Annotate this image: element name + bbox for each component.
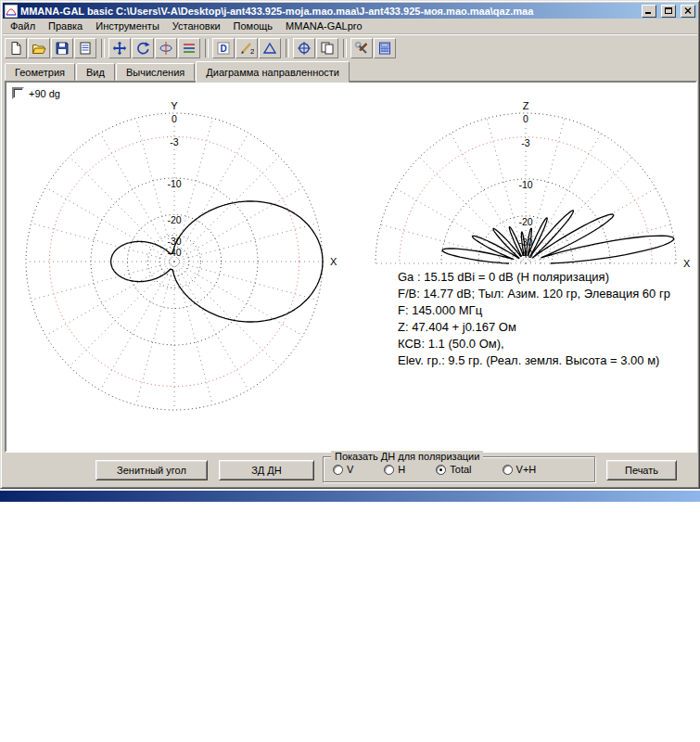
elevation-radiation-pattern: 0-3-10-20-30-40ZX bbox=[375, 100, 691, 269]
center-target-button[interactable] bbox=[293, 38, 315, 58]
radio-circle-icon[interactable] bbox=[384, 465, 394, 475]
copy-button[interactable] bbox=[316, 38, 338, 58]
svg-text:0: 0 bbox=[172, 113, 177, 124]
plus90-checkbox[interactable]: +90 dg bbox=[12, 87, 60, 99]
svg-text:X: X bbox=[683, 258, 691, 269]
maximize-button[interactable] bbox=[661, 5, 676, 18]
print-button[interactable]: Печать bbox=[606, 460, 677, 480]
element-data-icon bbox=[78, 41, 93, 56]
element-data-button[interactable] bbox=[74, 38, 96, 58]
info-block: Ga : 15.15 dBi = 0 dB (Н поляризация)F/B… bbox=[398, 269, 670, 369]
radio-label: Total bbox=[450, 464, 471, 475]
rotate-button[interactable] bbox=[132, 38, 154, 58]
triangle-button[interactable] bbox=[259, 38, 281, 58]
checkbox-box-icon[interactable] bbox=[12, 87, 24, 99]
menu-item-2[interactable]: Правка bbox=[42, 19, 89, 33]
menu-item-3[interactable]: Инструменты bbox=[89, 19, 166, 33]
rotate-3d-icon bbox=[159, 41, 173, 56]
toolbar-separator bbox=[343, 39, 347, 58]
radio-label: H bbox=[398, 464, 405, 475]
menu-item-1[interactable]: Файл bbox=[4, 19, 42, 33]
tab-2[interactable]: Вид bbox=[76, 63, 115, 81]
radio-h[interactable]: H bbox=[384, 464, 405, 475]
close-icon bbox=[684, 7, 692, 14]
wire-d-button[interactable]: D bbox=[212, 38, 235, 58]
angle-edit-icon: 2 bbox=[239, 41, 254, 56]
radio-vplush[interactable]: V+H bbox=[503, 464, 537, 475]
azimuth-radiation-pattern: 0-3-10-20-30-40YX bbox=[26, 100, 337, 410]
info-line: F/B: 14.77 dB; Тыл: Азим. 120 гр, Элевац… bbox=[398, 286, 670, 302]
wire-list-icon bbox=[182, 41, 197, 56]
bottom-controls: Зенитный угол ЗД ДН Показать ДН для поля… bbox=[5, 454, 697, 486]
wire-d-icon: D bbox=[216, 41, 231, 56]
svg-text:-3: -3 bbox=[170, 136, 178, 147]
svg-text:-20: -20 bbox=[518, 216, 532, 227]
radio-circle-icon[interactable] bbox=[333, 465, 343, 475]
tab-3[interactable]: Вычисления bbox=[116, 63, 195, 81]
polarization-group-label: Показать ДН для поляризации bbox=[331, 451, 483, 462]
open-file-icon bbox=[32, 41, 46, 56]
elevation-radiation-pattern-curve bbox=[442, 211, 674, 263]
options-tools-button[interactable] bbox=[350, 38, 373, 58]
angle-edit-button[interactable]: 2 bbox=[235, 38, 258, 58]
options-tools-icon bbox=[354, 41, 369, 56]
save-file-button[interactable] bbox=[51, 38, 73, 58]
wire-list-button[interactable] bbox=[178, 38, 200, 58]
toolbar-separator bbox=[101, 39, 105, 58]
titlebar[interactable]: MMANA-GAL basic C:\Users\V-A\Desktop\j-a… bbox=[3, 3, 697, 19]
triangle-icon bbox=[262, 41, 277, 56]
radio-circle-icon[interactable] bbox=[503, 465, 513, 475]
pattern-plot-panel: 0-3-10-20-30-40YX0-3-10-20-30-40ZX +90 d… bbox=[5, 81, 697, 453]
info-line: Elev. гр.: 9.5 гр. (Реал. земля. Высота … bbox=[398, 352, 670, 369]
radio-circle-icon[interactable] bbox=[436, 465, 446, 475]
svg-text:2: 2 bbox=[250, 47, 254, 56]
menu-item-5[interactable]: Помощь bbox=[227, 19, 280, 33]
svg-text:-10: -10 bbox=[167, 178, 181, 189]
svg-text:Z: Z bbox=[523, 100, 529, 111]
svg-text:Y: Y bbox=[171, 100, 178, 111]
rotate-icon bbox=[135, 41, 150, 56]
move-icon bbox=[112, 41, 127, 56]
maximize-icon bbox=[665, 7, 672, 14]
svg-text:X: X bbox=[330, 256, 337, 267]
checkbox-label: +90 dg bbox=[29, 88, 60, 99]
svg-text:-20: -20 bbox=[167, 214, 181, 225]
radio-label: V+H bbox=[516, 464, 537, 475]
minimize-button[interactable] bbox=[642, 5, 656, 18]
tab-4[interactable]: Диаграмма направленности bbox=[196, 61, 350, 83]
radio-v[interactable]: V bbox=[333, 464, 353, 475]
info-line: КСВ: 1.1 (50.0 Ом), bbox=[398, 336, 670, 352]
radio-label: V bbox=[347, 464, 353, 475]
info-line: Z: 47.404 + j0.167 Ом bbox=[398, 319, 670, 336]
minimize-icon bbox=[645, 7, 653, 14]
close-button[interactable] bbox=[681, 5, 695, 18]
new-file-icon bbox=[8, 41, 23, 56]
radiation-pattern-charts: 0-3-10-20-30-40YX0-3-10-20-30-40ZX bbox=[6, 83, 695, 451]
menu-item-6[interactable]: MMANA-GALpro bbox=[279, 19, 369, 33]
toolbar: D2 bbox=[3, 34, 697, 60]
open-file-button[interactable] bbox=[28, 38, 50, 58]
menu-item-4[interactable]: Установки bbox=[166, 19, 227, 33]
svg-text:-3: -3 bbox=[521, 137, 529, 148]
calculator-icon bbox=[377, 41, 392, 56]
new-file-button[interactable] bbox=[5, 38, 27, 58]
info-line: Ga : 15.15 dBi = 0 dB (Н поляризация) bbox=[398, 269, 670, 286]
rotate-3d-button[interactable] bbox=[155, 38, 177, 58]
center-target-icon bbox=[297, 41, 312, 56]
tab-bar: ГеометрияВидВычисленияДиаграмма направле… bbox=[3, 60, 697, 81]
background-window-titlebar[interactable] bbox=[0, 491, 700, 502]
copy-icon bbox=[320, 41, 335, 56]
app-window: MMANA-GAL basic C:\Users\V-A\Desktop\j-a… bbox=[0, 0, 700, 489]
move-button[interactable] bbox=[108, 38, 131, 58]
svg-text:-10: -10 bbox=[518, 179, 532, 190]
toolbar-separator bbox=[205, 39, 209, 58]
tab-1[interactable]: Геометрия bbox=[5, 63, 75, 81]
zenith-angle-button[interactable]: Зенитный угол bbox=[95, 460, 208, 480]
menubar: ФайлПравкаИнструментыУстановкиПомощьMMAN… bbox=[3, 19, 697, 34]
radio-total[interactable]: Total bbox=[436, 464, 471, 475]
svg-text:0: 0 bbox=[523, 113, 528, 124]
calculator-button[interactable] bbox=[374, 38, 396, 58]
pattern-3d-button[interactable]: ЗД ДН bbox=[219, 460, 314, 480]
polarization-groupbox: Показать ДН для поляризации VHTotalV+H bbox=[323, 456, 595, 482]
window-title: MMANA-GAL basic C:\Users\V-A\Desktop\j-a… bbox=[20, 6, 637, 17]
